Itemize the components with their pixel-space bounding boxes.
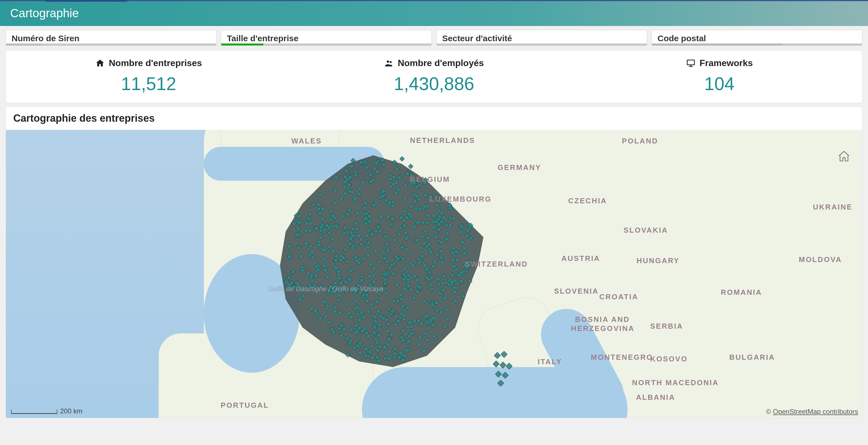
map-panel: Cartographie des entreprises WALE [6,106,862,418]
country-label: KOSOVO [650,355,688,364]
filter-label: Taille d'entreprise [227,34,299,43]
filter-secteur[interactable]: Secteur d'activité [436,30,647,46]
kpi-frameworks: Frameworks 104 [577,58,862,94]
kpi-value: 11,512 [121,73,176,94]
country-label: CROATIA [599,293,638,301]
kpi-row: Nombre d'entreprises 11,512 Nombre d'emp… [6,50,862,103]
kpi-title: Nombre d'employés [384,58,484,68]
country-label: WALES [291,137,322,145]
country-label: MOLDOVA [799,255,842,264]
svg-rect-9 [408,164,413,169]
filter-code-postal[interactable]: Code postal [652,30,862,46]
filter-progress [221,43,431,45]
active-tab-indicator [45,0,127,2]
kpi-label: Frameworks [700,58,753,68]
country-label: BELGIUM [410,175,450,184]
country-label: POLAND [622,137,658,145]
svg-point-0 [386,61,389,63]
country-label: ROMANIA [721,288,762,297]
kpi-title: Nombre d'entreprises [95,58,202,68]
kpi-label: Nombre d'employés [398,58,484,68]
svg-rect-2 [687,60,694,65]
country-label: SWITZERLAND [465,260,528,269]
kpi-label: Nombre d'entreprises [109,58,202,68]
country-label: PORTUGAL [221,401,269,410]
page-title: Cartographie [10,6,79,20]
svg-point-1 [390,61,392,63]
country-label: BOSNIA AND [575,315,630,324]
sea-label-gascogne: Golfe de Gascogne / Golfo de Vizcaya [268,285,383,293]
kpi-value: 104 [704,73,735,94]
filter-label: Code postal [657,34,706,43]
country-label: ITALY [538,357,562,366]
corsica-cluster [492,350,515,390]
svg-rect-154 [400,157,404,161]
home-icon[interactable] [837,150,851,163]
country-label: CZECHIA [568,197,607,205]
kpi-title: Frameworks [686,58,753,68]
filter-taille[interactable]: Taille d'entreprise [221,30,432,46]
map-scale: 200 km [11,407,83,414]
country-label: ALBANIA [636,393,675,402]
scale-label: 200 km [60,407,83,415]
country-label: BULGARIA [729,353,775,362]
kpi-employes: Nombre d'employés 1,430,886 [291,58,577,94]
country-label: GERMANY [498,163,541,172]
kpi-entreprises: Nombre d'entreprises 11,512 [6,58,291,94]
people-icon [384,59,394,68]
map-canvas[interactable]: WALESNETHERLANDSPOLANDGERMANYBELGIUMLUXE… [6,130,862,418]
attribution-link[interactable]: OpenStreetMap contributors [773,408,858,415]
map-attribution: © OpenStreetMap contributors [766,408,858,416]
kpi-value: 1,430,886 [394,73,474,94]
country-label: SLOVAKIA [624,226,668,235]
country-label: UKRAINE [813,203,852,211]
country-label: NETHERLANDS [410,136,475,145]
filter-progress [652,43,862,45]
country-label: HERZEGOVINA [571,324,634,333]
house-icon [95,59,105,68]
country-label: AUSTRIA [561,254,600,263]
monitor-icon [686,59,695,68]
country-label: HUNGARY [637,256,680,265]
page-header: Cartographie [0,0,868,26]
country-label: LUXEMBOURG [430,195,492,204]
attribution-prefix: © [766,408,773,415]
filter-bar: Numéro de Siren Taille d'entreprise Sect… [0,26,868,48]
filter-progress [6,43,216,45]
filter-progress [437,43,647,45]
country-label: NORTH MACEDONIA [632,378,719,387]
country-label: SLOVENIA [554,287,599,296]
france-data-overlay [269,147,495,373]
country-label: MONTENEGRO [591,353,653,362]
filter-label: Secteur d'activité [442,34,512,43]
country-label: SERBIA [650,322,683,331]
filter-label: Numéro de Siren [11,34,80,43]
map-title: Cartographie des entreprises [6,107,862,130]
filter-siren[interactable]: Numéro de Siren [6,30,216,46]
